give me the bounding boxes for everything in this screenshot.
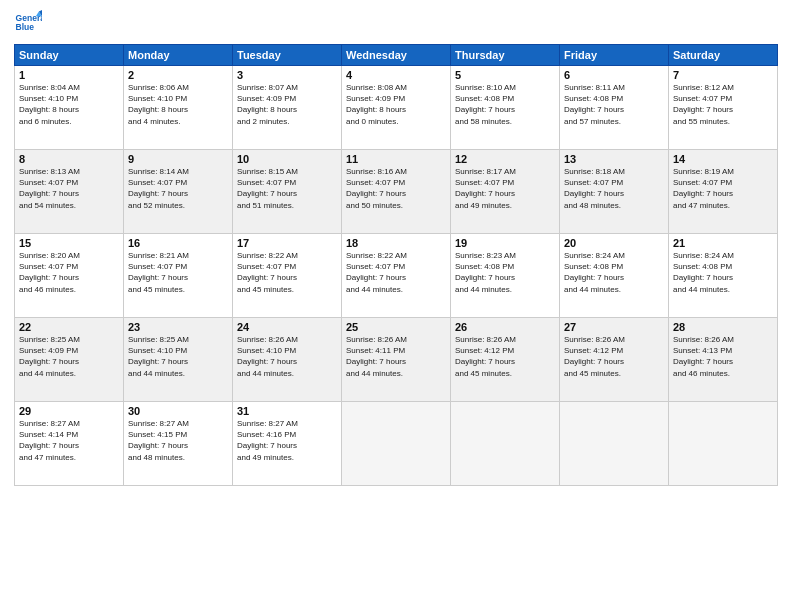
weekday-header-thursday: Thursday	[451, 45, 560, 66]
day-number: 2	[128, 69, 228, 81]
day-info: Sunrise: 8:27 AMSunset: 4:16 PMDaylight:…	[237, 418, 337, 463]
day-number: 27	[564, 321, 664, 333]
day-info: Sunrise: 8:10 AMSunset: 4:08 PMDaylight:…	[455, 82, 555, 127]
day-number: 15	[19, 237, 119, 249]
day-cell: 4Sunrise: 8:08 AMSunset: 4:09 PMDaylight…	[342, 66, 451, 150]
day-number: 31	[237, 405, 337, 417]
day-cell: 29Sunrise: 8:27 AMSunset: 4:14 PMDayligh…	[15, 402, 124, 486]
day-number: 30	[128, 405, 228, 417]
day-cell: 11Sunrise: 8:16 AMSunset: 4:07 PMDayligh…	[342, 150, 451, 234]
day-info: Sunrise: 8:18 AMSunset: 4:07 PMDaylight:…	[564, 166, 664, 211]
day-cell: 30Sunrise: 8:27 AMSunset: 4:15 PMDayligh…	[124, 402, 233, 486]
day-info: Sunrise: 8:24 AMSunset: 4:08 PMDaylight:…	[673, 250, 773, 295]
day-info: Sunrise: 8:11 AMSunset: 4:08 PMDaylight:…	[564, 82, 664, 127]
day-info: Sunrise: 8:22 AMSunset: 4:07 PMDaylight:…	[346, 250, 446, 295]
logo-icon: General Blue	[14, 10, 42, 38]
calendar-table: SundayMondayTuesdayWednesdayThursdayFrid…	[14, 44, 778, 486]
day-number: 21	[673, 237, 773, 249]
day-info: Sunrise: 8:20 AMSunset: 4:07 PMDaylight:…	[19, 250, 119, 295]
day-cell: 15Sunrise: 8:20 AMSunset: 4:07 PMDayligh…	[15, 234, 124, 318]
day-cell: 18Sunrise: 8:22 AMSunset: 4:07 PMDayligh…	[342, 234, 451, 318]
weekday-header-tuesday: Tuesday	[233, 45, 342, 66]
day-info: Sunrise: 8:12 AMSunset: 4:07 PMDaylight:…	[673, 82, 773, 127]
day-number: 3	[237, 69, 337, 81]
day-number: 17	[237, 237, 337, 249]
day-info: Sunrise: 8:17 AMSunset: 4:07 PMDaylight:…	[455, 166, 555, 211]
weekday-header-saturday: Saturday	[669, 45, 778, 66]
day-cell: 24Sunrise: 8:26 AMSunset: 4:10 PMDayligh…	[233, 318, 342, 402]
day-number: 10	[237, 153, 337, 165]
day-info: Sunrise: 8:26 AMSunset: 4:12 PMDaylight:…	[455, 334, 555, 379]
day-cell: 31Sunrise: 8:27 AMSunset: 4:16 PMDayligh…	[233, 402, 342, 486]
day-info: Sunrise: 8:26 AMSunset: 4:11 PMDaylight:…	[346, 334, 446, 379]
day-number: 5	[455, 69, 555, 81]
day-number: 7	[673, 69, 773, 81]
day-cell: 12Sunrise: 8:17 AMSunset: 4:07 PMDayligh…	[451, 150, 560, 234]
weekday-header-row: SundayMondayTuesdayWednesdayThursdayFrid…	[15, 45, 778, 66]
day-cell: 6Sunrise: 8:11 AMSunset: 4:08 PMDaylight…	[560, 66, 669, 150]
day-info: Sunrise: 8:26 AMSunset: 4:12 PMDaylight:…	[564, 334, 664, 379]
day-cell	[451, 402, 560, 486]
day-cell: 26Sunrise: 8:26 AMSunset: 4:12 PMDayligh…	[451, 318, 560, 402]
day-number: 28	[673, 321, 773, 333]
day-info: Sunrise: 8:25 AMSunset: 4:10 PMDaylight:…	[128, 334, 228, 379]
day-cell: 5Sunrise: 8:10 AMSunset: 4:08 PMDaylight…	[451, 66, 560, 150]
day-number: 18	[346, 237, 446, 249]
day-number: 29	[19, 405, 119, 417]
day-info: Sunrise: 8:15 AMSunset: 4:07 PMDaylight:…	[237, 166, 337, 211]
day-info: Sunrise: 8:07 AMSunset: 4:09 PMDaylight:…	[237, 82, 337, 127]
day-number: 6	[564, 69, 664, 81]
day-number: 1	[19, 69, 119, 81]
weekday-header-friday: Friday	[560, 45, 669, 66]
day-number: 23	[128, 321, 228, 333]
day-info: Sunrise: 8:24 AMSunset: 4:08 PMDaylight:…	[564, 250, 664, 295]
day-cell: 27Sunrise: 8:26 AMSunset: 4:12 PMDayligh…	[560, 318, 669, 402]
day-cell: 20Sunrise: 8:24 AMSunset: 4:08 PMDayligh…	[560, 234, 669, 318]
week-row-4: 22Sunrise: 8:25 AMSunset: 4:09 PMDayligh…	[15, 318, 778, 402]
day-cell: 17Sunrise: 8:22 AMSunset: 4:07 PMDayligh…	[233, 234, 342, 318]
day-number: 25	[346, 321, 446, 333]
day-cell: 8Sunrise: 8:13 AMSunset: 4:07 PMDaylight…	[15, 150, 124, 234]
day-info: Sunrise: 8:19 AMSunset: 4:07 PMDaylight:…	[673, 166, 773, 211]
day-cell	[560, 402, 669, 486]
day-info: Sunrise: 8:08 AMSunset: 4:09 PMDaylight:…	[346, 82, 446, 127]
day-cell: 21Sunrise: 8:24 AMSunset: 4:08 PMDayligh…	[669, 234, 778, 318]
day-cell: 14Sunrise: 8:19 AMSunset: 4:07 PMDayligh…	[669, 150, 778, 234]
day-cell: 25Sunrise: 8:26 AMSunset: 4:11 PMDayligh…	[342, 318, 451, 402]
svg-text:Blue: Blue	[16, 22, 35, 32]
day-cell	[669, 402, 778, 486]
day-number: 26	[455, 321, 555, 333]
day-info: Sunrise: 8:26 AMSunset: 4:10 PMDaylight:…	[237, 334, 337, 379]
day-cell: 19Sunrise: 8:23 AMSunset: 4:08 PMDayligh…	[451, 234, 560, 318]
day-cell: 10Sunrise: 8:15 AMSunset: 4:07 PMDayligh…	[233, 150, 342, 234]
day-cell: 23Sunrise: 8:25 AMSunset: 4:10 PMDayligh…	[124, 318, 233, 402]
day-info: Sunrise: 8:13 AMSunset: 4:07 PMDaylight:…	[19, 166, 119, 211]
weekday-header-wednesday: Wednesday	[342, 45, 451, 66]
day-info: Sunrise: 8:22 AMSunset: 4:07 PMDaylight:…	[237, 250, 337, 295]
day-info: Sunrise: 8:26 AMSunset: 4:13 PMDaylight:…	[673, 334, 773, 379]
day-info: Sunrise: 8:27 AMSunset: 4:15 PMDaylight:…	[128, 418, 228, 463]
day-info: Sunrise: 8:06 AMSunset: 4:10 PMDaylight:…	[128, 82, 228, 127]
weekday-header-sunday: Sunday	[15, 45, 124, 66]
day-number: 12	[455, 153, 555, 165]
week-row-5: 29Sunrise: 8:27 AMSunset: 4:14 PMDayligh…	[15, 402, 778, 486]
page: General Blue SundayMondayTuesdayWednesda…	[0, 0, 792, 612]
day-cell: 22Sunrise: 8:25 AMSunset: 4:09 PMDayligh…	[15, 318, 124, 402]
day-info: Sunrise: 8:21 AMSunset: 4:07 PMDaylight:…	[128, 250, 228, 295]
day-cell: 3Sunrise: 8:07 AMSunset: 4:09 PMDaylight…	[233, 66, 342, 150]
week-row-2: 8Sunrise: 8:13 AMSunset: 4:07 PMDaylight…	[15, 150, 778, 234]
day-number: 9	[128, 153, 228, 165]
week-row-3: 15Sunrise: 8:20 AMSunset: 4:07 PMDayligh…	[15, 234, 778, 318]
day-number: 22	[19, 321, 119, 333]
day-info: Sunrise: 8:14 AMSunset: 4:07 PMDaylight:…	[128, 166, 228, 211]
day-cell: 7Sunrise: 8:12 AMSunset: 4:07 PMDaylight…	[669, 66, 778, 150]
week-row-1: 1Sunrise: 8:04 AMSunset: 4:10 PMDaylight…	[15, 66, 778, 150]
logo: General Blue	[14, 10, 46, 38]
day-cell: 28Sunrise: 8:26 AMSunset: 4:13 PMDayligh…	[669, 318, 778, 402]
day-number: 20	[564, 237, 664, 249]
header: General Blue	[14, 10, 778, 38]
day-cell: 13Sunrise: 8:18 AMSunset: 4:07 PMDayligh…	[560, 150, 669, 234]
day-number: 24	[237, 321, 337, 333]
day-number: 14	[673, 153, 773, 165]
day-cell: 9Sunrise: 8:14 AMSunset: 4:07 PMDaylight…	[124, 150, 233, 234]
